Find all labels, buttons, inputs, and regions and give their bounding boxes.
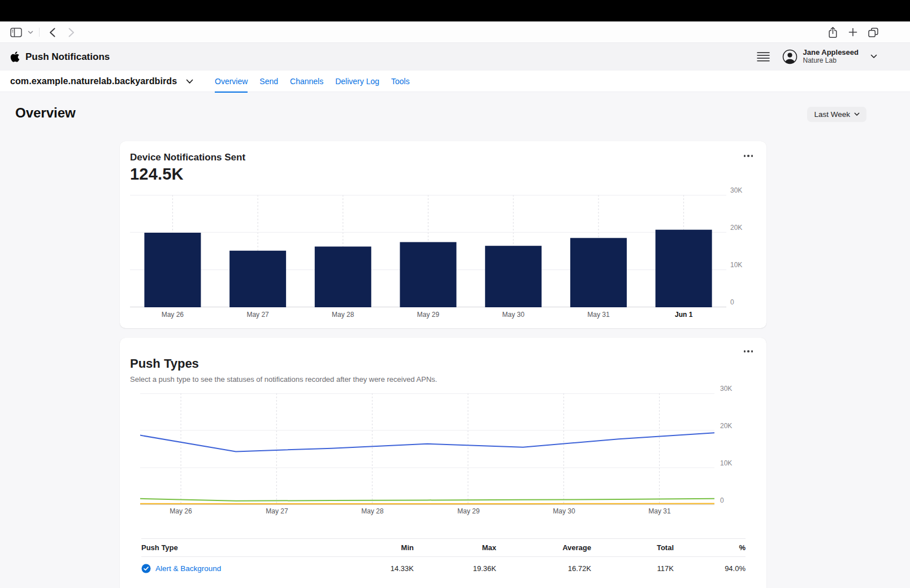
tab-channels[interactable]: Channels xyxy=(290,71,323,92)
device-notifications-bar-chart xyxy=(130,195,726,307)
x-tick: May 28 xyxy=(344,507,401,515)
x-tick: May 29 xyxy=(385,311,471,319)
app-nav-row: com.example.naturelab.backyardbirds Over… xyxy=(0,71,910,92)
share-icon[interactable] xyxy=(828,27,838,38)
app-title: Push Notifications xyxy=(25,51,110,63)
tab-send[interactable]: Send xyxy=(259,71,278,92)
line-chart-y-axis: 30K 20K 10K 0 xyxy=(720,389,748,500)
menu-icon[interactable] xyxy=(757,52,770,62)
card-more-options-icon[interactable] xyxy=(744,350,753,352)
browser-toolbar: icloud.developer.apple.com xyxy=(0,21,910,43)
table-header-row: Push Type Min Max Average Total % xyxy=(141,538,746,557)
x-tick: Jun 1 xyxy=(641,311,726,319)
tab-delivery-log[interactable]: Delivery Log xyxy=(335,71,379,92)
app-header: Push Notifications Jane Appleseed Nature… xyxy=(0,43,910,71)
apple-logo-icon xyxy=(10,51,20,63)
bar-chart-y-axis: 30K 20K 10K 0 xyxy=(730,190,759,303)
y-tick: 10K xyxy=(720,459,732,467)
tab-overview[interactable]: Overview xyxy=(215,71,248,92)
y-tick: 20K xyxy=(730,224,742,232)
bundle-selector[interactable]: com.example.naturelab.backyardbirds xyxy=(10,71,193,92)
y-tick: 0 xyxy=(730,298,734,306)
sidebar-chevron-icon[interactable] xyxy=(28,31,33,34)
x-tick: May 30 xyxy=(536,507,592,515)
line-chart-x-axis: May 26 May 27 May 28 May 29 May 30 May 3… xyxy=(140,507,714,516)
cell-min: 14.33K xyxy=(346,564,414,573)
push-types-line-chart xyxy=(140,393,714,505)
x-tick: May 27 xyxy=(249,507,305,515)
y-tick: 10K xyxy=(730,261,742,269)
cell-max: 19.36K xyxy=(414,564,496,573)
push-type-link[interactable]: Alert & Background xyxy=(155,564,221,573)
cell-total: 117K xyxy=(591,564,674,573)
period-chevron-icon xyxy=(854,112,860,116)
push-types-card: Push Types Select a push type to see the… xyxy=(120,338,766,588)
bar-chart-x-axis: May 26 May 27 May 28 May 29 May 30 May 3… xyxy=(130,311,726,319)
forward-button[interactable] xyxy=(64,24,78,40)
x-tick: May 30 xyxy=(471,311,556,319)
x-tick: May 26 xyxy=(153,507,209,515)
x-tick: May 27 xyxy=(215,311,301,319)
x-tick: May 26 xyxy=(130,311,215,319)
toolbar-divider xyxy=(39,28,40,37)
col-push-type: Push Type xyxy=(141,543,346,552)
page-title: Overview xyxy=(15,105,76,121)
y-tick: 30K xyxy=(730,186,742,194)
col-total: Total xyxy=(591,543,674,552)
tab-tools[interactable]: Tools xyxy=(391,71,410,92)
avatar-icon xyxy=(782,49,798,64)
sidebar-toggle-icon[interactable] xyxy=(10,28,22,37)
bundle-chevron-icon xyxy=(186,79,193,84)
account-name: Jane Appleseed xyxy=(803,49,859,57)
push-types-table: Push Type Min Max Average Total % Alert … xyxy=(141,538,746,580)
account-menu[interactable]: Jane Appleseed Nature Lab xyxy=(782,49,877,65)
col-average: Average xyxy=(496,543,591,552)
tab-overview-icon[interactable] xyxy=(868,28,878,37)
period-label: Last Week xyxy=(814,110,850,119)
x-tick: May 28 xyxy=(300,311,385,319)
check-circle-icon xyxy=(141,564,151,573)
cell-average: 16.72K xyxy=(496,564,591,573)
col-percent: % xyxy=(674,543,746,552)
card-more-options-icon[interactable] xyxy=(744,155,753,157)
card-subtitle: Select a push type to see the statuses o… xyxy=(130,375,437,384)
table-row[interactable]: Alert & Background 14.33K 19.36K 16.72K … xyxy=(141,557,746,580)
x-tick: May 31 xyxy=(556,311,642,319)
account-chevron-icon xyxy=(870,54,877,59)
period-select-button[interactable]: Last Week xyxy=(807,107,866,122)
card-title: Push Types xyxy=(130,356,199,371)
account-org: Nature Lab xyxy=(803,57,859,65)
section-tabs: Overview Send Channels Delivery Log Tool… xyxy=(215,71,410,92)
col-max: Max xyxy=(414,543,496,552)
bundle-id: com.example.naturelab.backyardbirds xyxy=(10,76,177,86)
y-tick: 20K xyxy=(720,422,732,430)
card-title: Device Notifications Sent xyxy=(130,152,245,163)
col-min: Min xyxy=(346,543,414,552)
device-notifications-total: 124.5K xyxy=(130,165,184,184)
x-tick: May 31 xyxy=(631,507,688,515)
back-button[interactable] xyxy=(45,24,59,40)
new-tab-icon[interactable] xyxy=(848,28,857,37)
window-top-bar xyxy=(0,0,910,21)
x-tick: May 29 xyxy=(440,507,497,515)
device-notifications-card: Device Notifications Sent 124.5K 30K 20K… xyxy=(120,141,766,328)
y-tick: 30K xyxy=(720,385,732,393)
cell-percent: 94.0% xyxy=(674,564,746,573)
y-tick: 0 xyxy=(720,496,724,504)
